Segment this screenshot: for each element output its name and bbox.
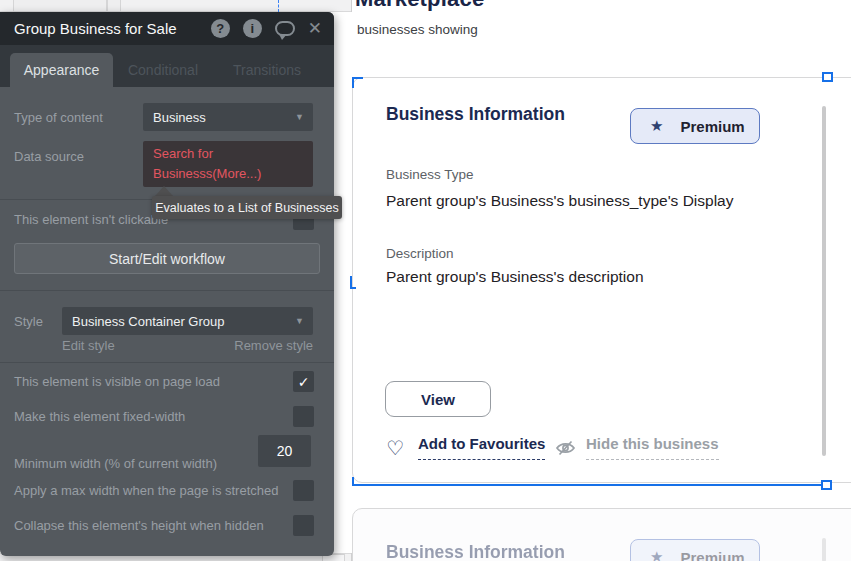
- min-width-label: Minimum width (% of current width): [14, 456, 217, 471]
- help-icon[interactable]: ?: [211, 19, 230, 38]
- star-icon: ★: [650, 548, 663, 561]
- hide-business-link[interactable]: Hide this business: [555, 435, 719, 460]
- fixed-width-label: Make this element fixed-width: [14, 409, 185, 424]
- page-title: Marketplace: [355, 0, 484, 12]
- business-type-label: Business Type: [386, 167, 474, 182]
- business-card: Business Information ★ Premium Business …: [352, 77, 851, 483]
- info-icon[interactable]: i: [243, 19, 262, 38]
- description-value: Parent group's Business's description: [386, 268, 644, 286]
- businesses-showing-text: businesses showing: [357, 22, 478, 37]
- panel-header: Group Business for Sale ? i ✕: [0, 12, 334, 45]
- type-of-content-value: Business: [153, 110, 206, 125]
- selection-bottom-line: [352, 484, 830, 486]
- remove-style-link[interactable]: Remove style: [234, 338, 313, 353]
- business-card-faded: Business Information ★ Premium: [352, 508, 851, 561]
- max-width-label: Apply a max width when the page is stret…: [14, 483, 278, 498]
- premium-label: Premium: [680, 118, 744, 135]
- description-label: Description: [386, 246, 454, 261]
- page-edge-line: [351, 0, 352, 12]
- tab-transitions[interactable]: Transitions: [222, 53, 312, 87]
- data-source-label: Data source: [14, 149, 84, 164]
- add-to-favourites-label: Add to Favourites: [418, 435, 546, 460]
- selection-bottom-left-bracket: [352, 477, 354, 486]
- max-width-row: Apply a max width when the page is stret…: [14, 480, 314, 501]
- selection-top-left-bracket: [352, 77, 354, 88]
- style-label: Style: [14, 314, 43, 329]
- panel-tabstrip: Appearance Conditional Transitions: [0, 45, 334, 87]
- max-width-checkbox[interactable]: [293, 480, 314, 501]
- card-scrollbar[interactable]: [822, 538, 826, 561]
- premium-badge[interactable]: ★ Premium: [630, 539, 760, 561]
- tooltip-arrow: [155, 186, 173, 196]
- type-of-content-dropdown[interactable]: Business ▼: [143, 103, 313, 131]
- selection-left-bracket: [350, 287, 356, 289]
- business-type-value: Parent group's Business's business_type'…: [386, 192, 733, 210]
- fixed-width-checkbox[interactable]: [293, 406, 314, 427]
- start-edit-workflow-button[interactable]: Start/Edit workflow: [14, 243, 320, 274]
- editor-top-strip: [0, 0, 352, 12]
- tab-appearance[interactable]: Appearance: [10, 53, 113, 87]
- visible-label: This element is visible on page load: [14, 374, 220, 389]
- card-heading: Business Information: [386, 104, 565, 125]
- visible-row: This element is visible on page load ✓: [14, 371, 314, 392]
- star-icon: ★: [650, 117, 663, 135]
- editor-chrome-box: [107, 0, 121, 12]
- selection-bottom-handle[interactable]: [821, 480, 832, 490]
- min-width-input[interactable]: [258, 435, 311, 467]
- chevron-down-icon: ▼: [295, 112, 304, 122]
- property-editor-panel: Group Business for Sale ? i ✕ Appearance…: [0, 12, 334, 556]
- tab-conditional[interactable]: Conditional: [118, 53, 208, 87]
- ruler-guide-line: [278, 0, 279, 12]
- close-icon[interactable]: ✕: [308, 20, 322, 37]
- card-scrollbar[interactable]: [822, 106, 826, 456]
- clickable-label: This element isn't clickable: [14, 212, 168, 227]
- comment-icon[interactable]: [275, 21, 295, 36]
- collapse-checkbox[interactable]: [293, 515, 314, 536]
- heart-icon: ♡: [386, 438, 404, 458]
- eye-off-icon: [555, 439, 576, 457]
- premium-label: Premium: [680, 549, 744, 561]
- edit-style-link[interactable]: Edit style: [62, 338, 115, 353]
- editor-chrome-box: [13, 0, 107, 12]
- card-heading: Business Information: [386, 542, 565, 561]
- style-value: Business Container Group: [72, 314, 224, 329]
- hide-business-label: Hide this business: [586, 435, 719, 460]
- divider: [0, 290, 334, 291]
- type-of-content-label: Type of content: [14, 110, 103, 125]
- style-dropdown[interactable]: Business Container Group ▼: [62, 307, 313, 335]
- evaluates-tooltip: Evaluates to a List of Businesses: [152, 196, 342, 219]
- fixed-width-row: Make this element fixed-width: [14, 406, 314, 427]
- add-to-favourites-link[interactable]: ♡ Add to Favourites: [386, 435, 545, 460]
- data-source-field[interactable]: Search for Businesss(More...): [143, 141, 313, 187]
- visible-checkbox[interactable]: ✓: [293, 371, 314, 392]
- collapse-label: Collapse this element's height when hidd…: [14, 518, 264, 533]
- divider: [0, 362, 334, 363]
- collapse-row: Collapse this element's height when hidd…: [14, 515, 314, 536]
- view-button[interactable]: View: [385, 381, 491, 417]
- chevron-down-icon: ▼: [295, 316, 304, 326]
- selection-top-handle[interactable]: [822, 72, 833, 82]
- panel-title: Group Business for Sale: [0, 20, 177, 37]
- premium-badge[interactable]: ★ Premium: [630, 108, 760, 144]
